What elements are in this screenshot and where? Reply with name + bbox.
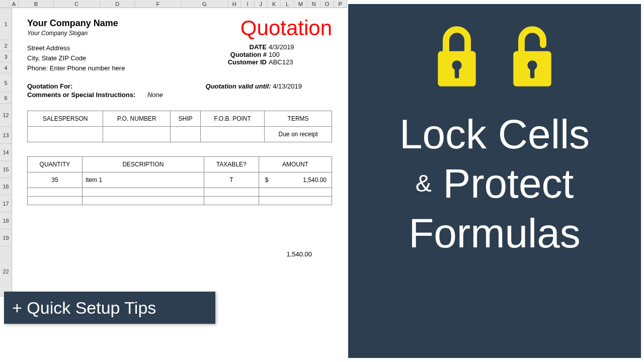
quotation-document: Your Company Name Your Company Slogan Qu… — [12, 8, 347, 258]
svg-rect-2 — [455, 67, 459, 78]
amount-cell[interactable] — [259, 197, 332, 205]
column-header[interactable]: A — [10, 0, 19, 8]
row-header[interactable]: 12 — [0, 104, 12, 127]
table-header: P.O. NUMBER — [103, 111, 170, 127]
tips-banner-text: + Quick Setup Tips — [12, 298, 156, 318]
line-items-table: QUANTITYDESCRIPTIONTAXABLE?AMOUNT 35Item… — [27, 156, 332, 205]
desc-cell[interactable] — [82, 197, 204, 205]
panel-ampersand: & — [416, 170, 432, 197]
quotation-num-value: 100 — [267, 51, 302, 58]
table-header: TAXABLE? — [204, 157, 259, 172]
row-header[interactable]: 4 — [0, 62, 12, 73]
phone: Phone: Enter Phone number here — [27, 63, 125, 73]
street-address: Street Address — [27, 43, 125, 53]
qty-cell[interactable] — [28, 197, 83, 205]
company-slogan: Your Company Slogan — [27, 30, 118, 37]
panel-line-2: Protect — [443, 160, 574, 206]
column-header[interactable]: G — [182, 0, 228, 8]
row-header[interactable]: 2 — [0, 40, 12, 51]
subtotal-value: 1,540.00 — [27, 250, 332, 258]
qty-cell[interactable] — [28, 188, 83, 197]
tips-banner: + Quick Setup Tips — [4, 292, 215, 324]
quotation-for-label: Quotation For: — [27, 82, 72, 90]
desc-cell[interactable] — [82, 188, 204, 197]
desc-cell[interactable]: Item 1 — [82, 172, 204, 188]
table-header: TERMS — [265, 111, 332, 127]
row-header[interactable]: 19 — [0, 229, 12, 246]
column-header[interactable]: P — [334, 0, 347, 8]
row-header[interactable]: 14 — [0, 144, 12, 161]
panel-line-3: Formulas — [348, 209, 641, 258]
column-header[interactable]: I — [241, 0, 254, 8]
svg-rect-5 — [530, 67, 535, 78]
column-header[interactable]: N — [307, 0, 320, 8]
title-panel: Lock Cells & Protect Formulas — [348, 4, 641, 358]
amount-cell[interactable]: $1,540.00 — [259, 172, 332, 188]
column-header[interactable]: D — [100, 0, 135, 8]
row-header[interactable]: 5 — [0, 73, 12, 93]
qty-cell[interactable]: 35 — [28, 172, 83, 188]
row-header[interactable]: 13 — [0, 127, 12, 144]
row-header[interactable]: 22 — [0, 246, 12, 297]
sales-info-table: SALESPERSONP.O. NUMBERSHIPF.O.B. POINTTE… — [27, 111, 332, 142]
comments-value: None — [147, 91, 163, 99]
table-header: DESCRIPTION — [82, 157, 204, 172]
customer-id-label: Customer ID — [211, 58, 267, 66]
amount-cell[interactable] — [259, 188, 332, 197]
table-cell[interactable]: Due on receipt — [265, 127, 332, 142]
taxable-cell[interactable] — [204, 197, 259, 205]
table-cell[interactable] — [28, 127, 103, 142]
lock-closed-icon — [429, 24, 485, 95]
panel-line-1: Lock Cells — [348, 110, 641, 159]
comments-label: Comments or Special Instructions: — [27, 91, 135, 99]
column-header[interactable]: C — [54, 0, 100, 8]
column-header[interactable]: J — [255, 0, 268, 8]
column-header[interactable]: L — [281, 0, 294, 8]
row-header[interactable]: 18 — [0, 212, 12, 229]
column-header[interactable]: B — [19, 0, 53, 8]
customer-id-value: ABC123 — [267, 58, 302, 66]
column-header[interactable]: O — [320, 0, 334, 8]
row-header[interactable]: 3 — [0, 51, 12, 62]
row-header[interactable]: 15 — [0, 161, 12, 178]
table-cell[interactable] — [201, 127, 265, 142]
table-cell[interactable] — [103, 127, 170, 142]
column-header[interactable]: K — [268, 0, 281, 8]
column-header[interactable]: H — [228, 0, 241, 8]
taxable-cell[interactable]: T — [204, 172, 259, 188]
table-header: QUANTITY — [28, 157, 83, 172]
city-state-zip: City, State ZIP Code — [27, 53, 125, 63]
row-header[interactable]: 6 — [0, 93, 12, 104]
row-header[interactable]: 16 — [0, 178, 12, 195]
taxable-cell[interactable] — [204, 188, 259, 197]
table-header: AMOUNT — [259, 157, 332, 172]
date-value: 4/3/2019 — [267, 43, 302, 51]
quote-valid-value: 4/13/2019 — [273, 82, 302, 90]
date-label: DATE — [211, 43, 267, 51]
quote-valid-label: Quotation valid until: — [206, 82, 271, 90]
row-header[interactable]: 17 — [0, 195, 12, 212]
column-headers: ABCDFGHIJKLMNOP — [0, 0, 347, 8]
document-title: Quotation — [240, 16, 332, 40]
table-header: F.O.B. POINT — [201, 111, 265, 127]
company-name: Your Company Name — [27, 18, 118, 29]
table-header: SHIP — [170, 111, 200, 127]
quotation-num-label: Quotation # — [211, 51, 267, 58]
row-headers: 123456121314151617181922 — [0, 8, 12, 297]
column-header[interactable]: F — [135, 0, 181, 8]
table-header: SALESPERSON — [28, 111, 103, 127]
lock-open-icon — [505, 24, 560, 95]
table-cell[interactable] — [170, 127, 200, 142]
column-header[interactable]: M — [294, 0, 307, 8]
row-header[interactable]: 1 — [0, 8, 12, 40]
